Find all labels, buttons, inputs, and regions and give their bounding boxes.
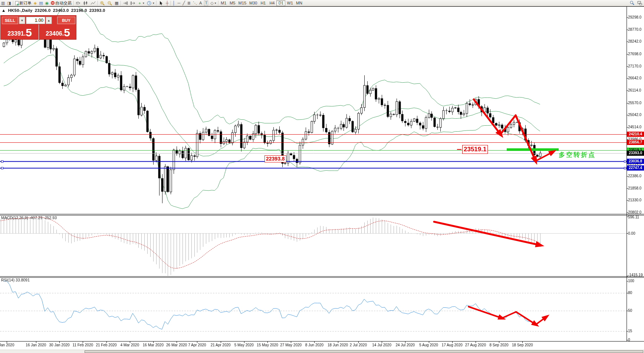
price-annotation-23519[interactable]: 23519.1: [462, 145, 488, 154]
timeframe-m1[interactable]: M1: [219, 0, 228, 6]
time-axis-label: 11 Feb 2020: [73, 343, 93, 347]
symbol-period: HK50-,Daily: [8, 8, 33, 13]
price-tick-label: 28242.0: [628, 39, 641, 43]
candlestick-chart-canvas[interactable]: [0, 0, 644, 353]
price-annotation-22393[interactable]: 22393.8: [264, 155, 286, 162]
timeframe-m30[interactable]: M30: [248, 0, 259, 6]
time-axis-label: 16 Jan 2020: [26, 343, 46, 347]
shapes-icon[interactable]: ◇▾: [209, 0, 217, 6]
time-axis-label: 14 Jul 2020: [372, 343, 391, 347]
ohlc-close: 23393.0: [89, 8, 105, 13]
rsi-tick-label: 15: [628, 329, 632, 333]
stop-circle-icon: [51, 1, 55, 5]
chart-title: ▲HK50-,Daily23206.023463.023196.023393.0: [1, 8, 108, 13]
price-tick-label: 22386.0: [628, 174, 641, 178]
price-tick-label: 27698.0: [628, 52, 641, 56]
time-axis-label: Jan 2020: [0, 343, 14, 347]
time-axis-label: 15 May 2020: [257, 343, 278, 347]
macd-zero-label: 0.00: [628, 231, 635, 235]
zoom-in-icon[interactable]: [99, 0, 106, 6]
volume-decrease-button[interactable]: ▼: [19, 17, 25, 24]
horizontal-scrollbar[interactable]: [0, 350, 644, 353]
autotrading-button[interactable]: 自动交易: [50, 0, 73, 6]
line-chart-icon[interactable]: [89, 0, 97, 6]
chat-icon[interactable]: [637, 0, 643, 6]
candlestick-chart-icon[interactable]: [82, 0, 89, 6]
crosshair-icon[interactable]: ┼: [165, 0, 170, 6]
price-tick-label: 21858.0: [628, 186, 641, 190]
buy-button[interactable]: BUY: [57, 17, 75, 24]
rsi-tick-label: 100: [628, 279, 634, 283]
new-order-button[interactable]: ＋新订单: [14, 0, 33, 6]
price-divider: [39, 24, 39, 40]
timeframe-m15[interactable]: M15: [237, 0, 248, 6]
annotation-leader-dash: [457, 149, 461, 150]
macd-label: MACD(12,26,9) -407.29 -252.93: [1, 215, 57, 220]
search-icon[interactable]: [630, 0, 635, 6]
rsi-tick-label: 80: [628, 291, 632, 295]
bar-chart-icon[interactable]: [75, 0, 82, 6]
rsi-label: RSI(14) 33.8091: [1, 278, 30, 282]
text-label-icon[interactable]: T: [203, 0, 209, 6]
timeframe-bar: M1M5M15M30H1H4D1W1MN: [219, 0, 304, 6]
ohlc-open: 23206.0: [35, 8, 51, 13]
ohlc-high: 23463.0: [53, 8, 69, 13]
horizontal-line-icon[interactable]: ─: [176, 0, 181, 6]
timeframe-m5[interactable]: M5: [228, 0, 237, 6]
price-badge: 23856.7: [627, 140, 644, 145]
navigator-icon[interactable]: ◉: [44, 0, 50, 6]
buy-price-pip: 5: [64, 27, 70, 38]
sell-price-pip: 5: [26, 27, 32, 38]
market-watch-icon[interactable]: ◈: [33, 0, 38, 6]
price-tick-label: 25570.0: [628, 101, 641, 105]
chart-shift-icon[interactable]: [129, 0, 137, 6]
trendline-icon[interactable]: ╱: [181, 0, 186, 6]
timeframe-d1[interactable]: D1: [276, 0, 285, 6]
buy-price-main: 23406.: [46, 30, 64, 38]
price-tick-label: 27170.0: [628, 64, 641, 68]
auto-scroll-icon[interactable]: [122, 0, 129, 6]
buy-price[interactable]: 23406.5: [39, 25, 76, 39]
time-axis-label: 18 Sep 2020: [512, 343, 533, 347]
text-icon[interactable]: A: [198, 0, 203, 6]
timeframe-mn[interactable]: MN: [295, 0, 304, 6]
price-badge: 23036.8: [627, 159, 644, 164]
price-tick-label: 25042.0: [628, 113, 641, 117]
time-axis-label: 17 Aug 2020: [442, 343, 463, 347]
time-axis-label: 8 Sep 2020: [490, 343, 509, 347]
fibo-retracement-icon[interactable]: ≣: [186, 0, 192, 6]
scrollbar-thumb[interactable]: [85, 350, 643, 353]
volume-input[interactable]: [26, 17, 45, 24]
time-axis-label: 7 Apr 2020: [188, 343, 206, 347]
macd-max-label: 596.11: [628, 215, 639, 219]
fibo-fan-icon[interactable]: ⋱: [192, 0, 198, 6]
ohlc-low: 23196.0: [71, 8, 87, 13]
sell-price[interactable]: 23391.5: [1, 25, 38, 39]
macd-min-label: -1415.19: [628, 273, 643, 277]
turning-point-text[interactable]: 多空转折点: [559, 151, 596, 159]
cursor-icon[interactable]: [157, 0, 165, 6]
period-icon[interactable]: ▾: [145, 0, 155, 6]
time-axis-label: 26 Mar 2020: [166, 343, 187, 347]
price-tick-label: 26642.0: [628, 76, 641, 80]
price-badge: 23393.0: [627, 151, 644, 156]
sell-button[interactable]: SELL: [2, 17, 18, 24]
tile-windows-icon[interactable]: ▦: [114, 0, 119, 6]
chart-profiles-icon[interactable]: ◨: [6, 0, 12, 6]
collapse-arrow-icon[interactable]: ▲: [1, 8, 6, 13]
data-window-icon[interactable]: ▤: [38, 0, 44, 6]
timeframe-h1[interactable]: H1: [259, 0, 267, 6]
timeframe-w1[interactable]: W1: [285, 0, 295, 6]
zoom-out-icon[interactable]: [106, 0, 114, 6]
time-axis-label: 21 Apr 2020: [211, 343, 231, 347]
time-axis-label: 27 May 2020: [280, 343, 302, 347]
time-axis-label: 2 Jul 2020: [350, 343, 367, 347]
time-axis-label: 21 Feb 2020: [96, 343, 116, 347]
time-axis-label: 18 Jun 2020: [328, 343, 348, 347]
vertical-line-icon[interactable]: │: [172, 0, 177, 6]
chart-window-icon[interactable]: ▥: [0, 0, 6, 6]
timeframe-h4[interactable]: H4: [267, 0, 276, 6]
indicators-icon[interactable]: ＋▾: [137, 0, 145, 6]
volume-increase-button[interactable]: ▲: [46, 17, 52, 24]
price-tick-label: 21330.0: [628, 198, 641, 202]
